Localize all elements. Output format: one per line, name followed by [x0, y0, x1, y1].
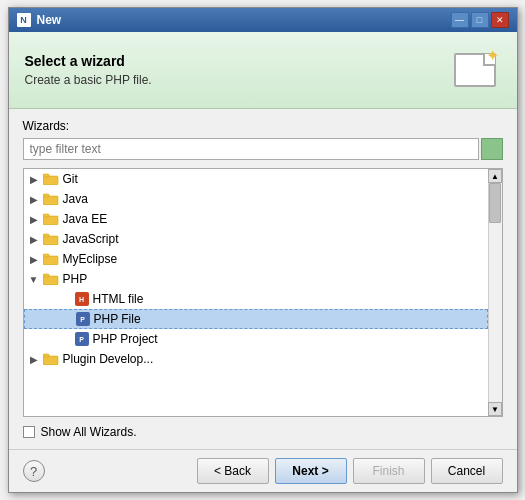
svg-rect-8 [43, 256, 58, 265]
tree-item-php-project[interactable]: P PHP Project [24, 329, 488, 349]
folder-icon-javaee [43, 213, 59, 225]
window-icon: N [17, 13, 31, 27]
expand-icon-java: ▶ [28, 193, 40, 205]
tree-item-php[interactable]: ▼ PHP [24, 269, 488, 289]
svg-rect-3 [43, 194, 49, 197]
tree-item-plugin-dev[interactable]: ▶ Plugin Develop... [24, 349, 488, 369]
tree-item-php-file[interactable]: P PHP File [24, 309, 488, 329]
finish-button[interactable]: Finish [353, 458, 425, 484]
tree-area: ▶ Git ▶ [23, 168, 503, 417]
expand-icon-php-file [61, 313, 73, 325]
header-text: Select a wizard Create a basic PHP file. [25, 53, 152, 87]
cancel-button[interactable]: Cancel [431, 458, 503, 484]
expand-icon-php-project [60, 333, 72, 345]
scrollbar-down-button[interactable]: ▼ [488, 402, 502, 416]
show-all-row: Show All Wizards. [23, 425, 503, 439]
svg-rect-13 [43, 354, 49, 357]
svg-rect-10 [43, 276, 58, 285]
footer-buttons: < Back Next > Finish Cancel [197, 458, 503, 484]
sparkle-icon: ✦ [486, 46, 499, 65]
svg-rect-2 [43, 196, 58, 205]
svg-rect-4 [43, 216, 58, 225]
tree-item-javaee[interactable]: ▶ Java EE [24, 209, 488, 229]
expand-icon-git: ▶ [28, 173, 40, 185]
title-bar: N New — □ ✕ [9, 8, 517, 32]
scrollbar-up-button[interactable]: ▲ [488, 169, 502, 183]
svg-rect-7 [43, 234, 49, 237]
scrollbar-thumb[interactable] [489, 183, 501, 223]
expand-icon-javaee: ▶ [28, 213, 40, 225]
folder-icon-java [43, 193, 59, 205]
folder-icon-myeclipse [43, 253, 59, 265]
minimize-button[interactable]: — [451, 12, 469, 28]
tree-label-javascript: JavaScript [63, 232, 119, 246]
expand-icon-myeclipse: ▶ [28, 253, 40, 265]
php-file-icon: P [76, 312, 90, 326]
title-bar-left: N New [17, 13, 62, 27]
tree-item-git[interactable]: ▶ Git [24, 169, 488, 189]
wizard-title: Select a wizard [25, 53, 152, 69]
back-button[interactable]: < Back [197, 458, 269, 484]
tree-label-java: Java [63, 192, 88, 206]
tree-label-javaee: Java EE [63, 212, 108, 226]
svg-rect-1 [43, 174, 49, 177]
expand-icon-php: ▼ [28, 273, 40, 285]
maximize-button[interactable]: □ [471, 12, 489, 28]
filter-clear-button[interactable] [481, 138, 503, 160]
folder-icon-php [43, 273, 59, 285]
title-controls: — □ ✕ [451, 12, 509, 28]
new-wizard-window: N New — □ ✕ Select a wizard Create a bas… [8, 7, 518, 493]
close-button[interactable]: ✕ [491, 12, 509, 28]
tree-item-java[interactable]: ▶ Java [24, 189, 488, 209]
tree-item-myeclipse[interactable]: ▶ MyEclipse [24, 249, 488, 269]
svg-rect-0 [43, 176, 58, 185]
header-area: Select a wizard Create a basic PHP file.… [9, 32, 517, 109]
tree-scroll: ▶ Git ▶ [24, 169, 488, 416]
tree-label-php: PHP [63, 272, 88, 286]
help-icon-symbol: ? [30, 464, 37, 479]
footer-left: ? [23, 460, 45, 482]
php-project-icon: P [75, 332, 89, 346]
help-button[interactable]: ? [23, 460, 45, 482]
content-area: Wizards: ▶ Git [9, 109, 517, 449]
svg-rect-6 [43, 236, 58, 245]
tree-label-php-project: PHP Project [93, 332, 158, 346]
folder-icon-git [43, 173, 59, 185]
tree-label-html-file: HTML file [93, 292, 144, 306]
expand-icon-plugin-dev: ▶ [28, 353, 40, 365]
tree-scrollbar[interactable]: ▲ ▼ [488, 169, 502, 416]
show-all-label: Show All Wizards. [41, 425, 137, 439]
tree-label-php-file: PHP File [94, 312, 141, 326]
wizards-label: Wizards: [23, 119, 503, 133]
folder-icon-plugin-dev [43, 353, 59, 365]
show-all-checkbox[interactable] [23, 426, 35, 438]
next-button[interactable]: Next > [275, 458, 347, 484]
wizard-subtitle: Create a basic PHP file. [25, 73, 152, 87]
expand-icon-javascript: ▶ [28, 233, 40, 245]
filter-input[interactable] [23, 138, 479, 160]
tree-label-myeclipse: MyEclipse [63, 252, 118, 266]
tree-label-plugin-dev: Plugin Develop... [63, 352, 154, 366]
svg-rect-12 [43, 356, 58, 365]
filter-row [23, 138, 503, 160]
tree-item-javascript[interactable]: ▶ JavaScript [24, 229, 488, 249]
html-file-icon: H [75, 292, 89, 306]
footer: ? < Back Next > Finish Cancel [9, 449, 517, 492]
svg-rect-11 [43, 274, 49, 277]
tree-label-git: Git [63, 172, 78, 186]
svg-rect-9 [43, 254, 49, 257]
window-title: New [37, 13, 62, 27]
svg-rect-5 [43, 214, 49, 217]
tree-item-html-file[interactable]: H HTML file [24, 289, 488, 309]
folder-icon-javascript [43, 233, 59, 245]
expand-icon-html-file [60, 293, 72, 305]
wizard-header-icon: ✦ [449, 44, 501, 96]
